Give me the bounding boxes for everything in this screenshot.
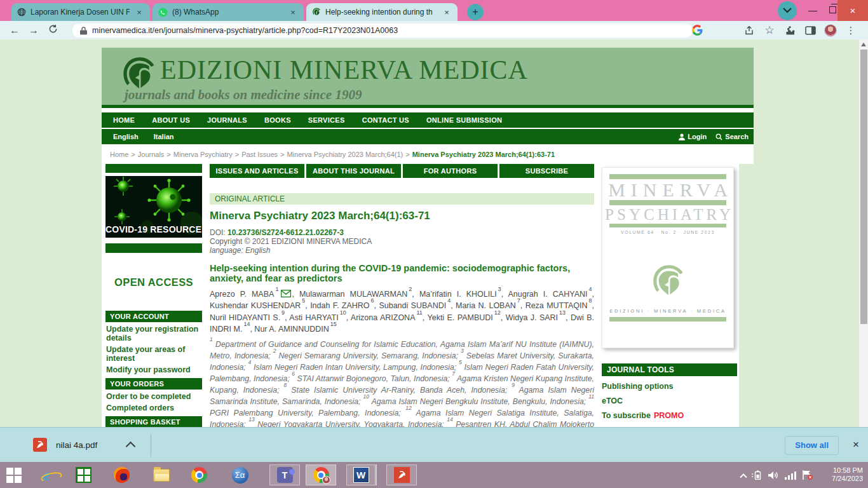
tab-close-icon[interactable]: × <box>288 8 298 17</box>
back-icon[interactable]: ← <box>5 25 24 36</box>
firefox-icon[interactable] <box>113 466 130 484</box>
internet-explorer-icon[interactable]: e <box>38 466 55 484</box>
show-all-button[interactable]: Show all <box>785 436 839 455</box>
journal-tool-link[interactable]: Publishing options <box>602 382 674 391</box>
tab-close-icon[interactable]: × <box>442 8 452 17</box>
downloaded-file-chip[interactable]: nilai 4a.pdf <box>33 438 97 452</box>
browser-tab-active[interactable]: Help-seeking intention during th × <box>306 3 458 21</box>
authors-list: Aprezo P. MABA1, Mulawarman MULAWARMAN2,… <box>210 287 594 334</box>
author-name: Maria N. LOBAN <box>456 301 516 310</box>
word-taskbar-button[interactable]: W <box>346 464 377 485</box>
cover-volume-line: VOLUME 64 · No. 2 · JUNE 2023 <box>621 230 715 234</box>
language-link[interactable]: Italian <box>154 133 174 140</box>
chrome-icon[interactable] <box>191 466 208 484</box>
cover-bar <box>609 200 726 205</box>
address-bar[interactable]: minervamedica.it/en/journals/minerva-psy… <box>72 24 693 37</box>
chrome-active-taskbar-button[interactable] <box>306 464 336 485</box>
journal-tool-link[interactable]: eTOC <box>602 396 623 405</box>
reload-icon[interactable] <box>43 24 62 36</box>
affiliation-text: Agama Islam Negeri Bengkulu Institute, B… <box>372 397 587 406</box>
author-separator: , <box>592 301 594 310</box>
volume-icon[interactable] <box>768 471 779 480</box>
sidebar-link[interactable]: Modify your password <box>105 366 202 375</box>
taskbar-clock[interactable]: 10:58 PM 7/24/2023 <box>817 466 863 483</box>
author: Nur A. AMINNUDDIN15 <box>254 325 336 334</box>
open-access-badge[interactable]: OPEN ACCESS <box>105 256 202 308</box>
acrobat-icon <box>394 467 410 483</box>
journal-tab[interactable]: SUBSCRIBE <box>499 164 594 178</box>
vertical-scrollbar[interactable] <box>859 39 868 427</box>
file-explorer-icon[interactable] <box>153 466 170 484</box>
search-label: Search <box>725 133 749 140</box>
more-menu-icon[interactable]: ⋮ <box>841 21 860 39</box>
nav-link[interactable]: ABOUT US <box>152 116 190 124</box>
breadcrumb-link[interactable]: Past Issues <box>241 151 278 158</box>
sidebar-link[interactable]: Update your registration details <box>105 325 202 342</box>
side-panel-icon[interactable] <box>801 21 820 39</box>
author-separator: , <box>501 290 508 299</box>
breadcrumb-link[interactable]: Minerva Psychiatry 2023 March;64(1) <box>287 151 403 158</box>
browser-toolbar: ← → minervamedica.it/en/journals/minerva… <box>0 21 868 39</box>
journal-tab[interactable]: ABOUT THIS JOURNAL <box>306 164 401 178</box>
sidebar-link[interactable]: Update your areas of interest <box>105 346 202 363</box>
author: Widya J. SARI13, <box>506 313 571 322</box>
tab-search-chevron-icon[interactable] <box>778 1 797 20</box>
email-icon[interactable] <box>281 290 291 297</box>
new-tab-button[interactable]: + <box>467 4 484 20</box>
google-icon[interactable] <box>688 21 707 39</box>
windows-store-icon[interactable] <box>75 466 92 484</box>
acrobat-taskbar-button[interactable] <box>386 464 417 485</box>
teams-taskbar-button[interactable]: T <box>269 464 300 485</box>
nav-link[interactable]: CONTACT US <box>362 116 409 124</box>
sidebar-link[interactable]: Order to be completed <box>105 393 202 402</box>
sidebar-link[interactable]: Completed orders <box>105 404 202 413</box>
tab-close-icon[interactable]: × <box>134 8 144 17</box>
cover-publisher-line: EDIZIONI · MINERVA · MEDICA <box>609 308 726 314</box>
scrollbar-thumb[interactable] <box>860 50 867 324</box>
login-link[interactable]: Login <box>679 133 707 140</box>
nav-link[interactable]: JOURNALS <box>207 116 247 124</box>
search-link[interactable]: Search <box>715 133 749 140</box>
journal-cover[interactable]: MINERVA PSYCHIATRY VOLUME 64 · No. 2 · J… <box>602 167 734 348</box>
tab-title: Laporan Kinerja Dosen UIN Fatma <box>31 8 130 17</box>
journal-tab[interactable]: FOR AUTHORS <box>403 164 498 178</box>
breadcrumb-link[interactable]: Home <box>110 151 128 158</box>
browser-tab-1[interactable]: Laporan Kinerja Dosen UIN Fatma × <box>11 3 150 21</box>
download-chevron-up-icon[interactable] <box>126 442 136 452</box>
nav-link[interactable]: HOME <box>113 116 135 124</box>
nav-link[interactable]: BOOKS <box>264 116 291 124</box>
action-center-flag-icon[interactable] <box>802 470 813 480</box>
nav-link[interactable]: SERVICES <box>308 116 345 124</box>
user-icon <box>679 133 685 140</box>
author-affiliation-number: 8 <box>589 297 592 304</box>
scroll-up-arrow[interactable] <box>861 43 866 46</box>
forward-icon[interactable]: → <box>24 25 43 36</box>
breadcrumb-link[interactable]: Minerva Psychiatry <box>173 151 233 158</box>
journal-tool-link[interactable]: To subscribe <box>602 411 651 420</box>
share-icon[interactable] <box>740 21 759 39</box>
breadcrumb-link[interactable]: Journals <box>138 151 165 158</box>
language-link[interactable]: English <box>113 133 139 140</box>
window-close-button[interactable]: × <box>837 0 868 21</box>
profile-avatar[interactable] <box>821 21 840 39</box>
covid-resources-banner[interactable]: COVID-19 RESOURCES <box>105 176 202 238</box>
avatar-image <box>824 24 837 37</box>
journal-tab[interactable]: ISSUES AND ARTICLES <box>210 164 304 178</box>
journal-tools-header: JOURNAL TOOLS <box>602 363 737 376</box>
nav-link[interactable]: ONLINE SUBMISSION <box>426 116 502 124</box>
start-button[interactable] <box>5 466 22 484</box>
downloads-bar-close-icon[interactable]: × <box>853 438 859 451</box>
browser-tab-2[interactable]: (8) WhatsApp × <box>153 3 304 21</box>
breadcrumb-link[interactable]: Minerva Psychiatry 2023 March;64(1):63-7… <box>412 151 555 158</box>
network-icon[interactable] <box>785 471 796 480</box>
promo-badge[interactable]: PROMO <box>654 411 684 420</box>
battery-icon[interactable] <box>752 470 763 480</box>
bookmark-star-icon[interactable]: ☆ <box>760 21 779 39</box>
doi-value[interactable]: 10.23736/S2724-6612.21.02267-3 <box>227 228 344 237</box>
tray-expand-chevron-icon[interactable] <box>740 473 747 480</box>
window-minimize-button[interactable]: — <box>803 0 823 21</box>
spss-icon[interactable]: Σα <box>231 466 248 484</box>
extensions-puzzle-icon[interactable] <box>780 21 799 39</box>
brand-title: EDIZIONI MINERVA MEDICA <box>160 55 528 85</box>
affiliation-number: 3 <box>461 348 464 354</box>
